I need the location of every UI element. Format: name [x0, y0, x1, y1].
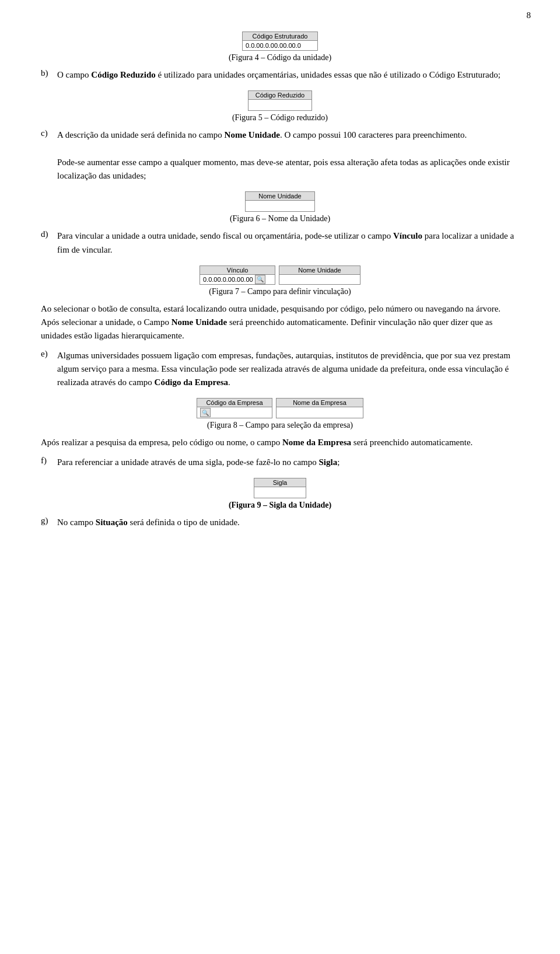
para-d-content: Para vincular a unidade a outra unidade,…	[57, 229, 519, 257]
fig8-nome-box: Nome da Empresa	[276, 398, 363, 418]
fig5-value	[249, 100, 312, 110]
figure-6-container: Nome Unidade	[41, 191, 519, 212]
para-f-label: f)	[41, 456, 54, 469]
figure-8-widget: Código da Empresa 🔍 Nome da Empresa	[197, 398, 363, 418]
fig7-vinculo-box: Vínculo 0.0.00.0.00.00.00 🔍	[200, 265, 275, 285]
para-apos-rest: será preenchido automaticamente.	[351, 438, 473, 447]
fig8-search-btn[interactable]: 🔍	[200, 408, 211, 417]
para-g-content: No campo Situação será definida o tipo d…	[57, 516, 519, 529]
para-g-text: No campo	[57, 518, 96, 527]
para-b-rest: é utilizado para unidades orçamentárias,…	[156, 70, 501, 79]
para-apos-bold1: Nome da	[282, 438, 316, 447]
fig5-label: Código Reduzido	[249, 91, 312, 100]
fig7-vinculo-value: 0.0.00.0.00.00.00 🔍	[200, 275, 275, 284]
para-c-text: A descrição da unidade será definida no …	[57, 130, 225, 139]
figure-8-container: Código da Empresa 🔍 Nome da Empresa	[41, 397, 519, 418]
figure-5-container: Código Reduzido	[41, 90, 519, 111]
page-number: 8	[527, 11, 531, 20]
fig8-codigo-value: 🔍	[197, 407, 272, 418]
para-c-content: A descrição da unidade será definida no …	[57, 128, 519, 183]
para-f-content: Para referenciar a unidade através de um…	[57, 456, 519, 469]
fig7-nome-label: Nome Unidade	[279, 266, 360, 275]
fig9-caption-text: (Figura 9 – Sigla da Unidade)	[229, 501, 331, 509]
fig8-caption: (Figura 8 – Campo para seleção da empres…	[41, 421, 519, 430]
paragraph-f: f) Para referenciar a unidade através de…	[41, 456, 519, 469]
fig8-nome-value	[276, 407, 363, 418]
fig7-vinculo-text: 0.0.00.0.00.00.00	[203, 276, 253, 283]
para-apos-bold2: Empresa	[318, 438, 351, 447]
figure-5-widget: Código Reduzido	[248, 90, 312, 111]
figure-7-container: Vínculo 0.0.00.0.00.00.00 🔍 Nome Unidade	[41, 265, 519, 285]
fig7-nome-box: Nome Unidade	[279, 265, 360, 285]
paragraph-d: d) Para vincular a unidade a outra unida…	[41, 229, 519, 257]
para-apos: Após realizar a pesquisa da empresa, pel…	[41, 436, 519, 449]
fig6-value	[246, 201, 314, 211]
para-e-bold: Código da Empresa	[155, 378, 228, 387]
fig9-caption: (Figura 9 – Sigla da Unidade)	[41, 501, 519, 510]
figure-4-container: Código Estruturado 0.0.00.0.00.00.00.0	[41, 32, 519, 51]
para-f-text: Para referenciar a unidade através de um…	[57, 457, 319, 467]
fig7-nome-value	[279, 275, 360, 284]
para-c2: Pode-se aumentar esse campo a qualquer m…	[57, 158, 510, 180]
para-d-text: Para vincular a unidade a outra unidade,…	[57, 231, 393, 240]
fig7-caption: (Figura 7 – Campo para definir vinculaçã…	[41, 287, 519, 296]
fig4-label: Código Estruturado	[243, 32, 317, 41]
para-e-text: Algumas universidades possuem ligação co…	[57, 351, 510, 387]
fig8-codigo-box: Código da Empresa 🔍	[197, 398, 272, 418]
figure-4-widget: Código Estruturado 0.0.00.0.00.00.00.0	[242, 32, 318, 51]
paragraph-b: b) O campo Código Reduzido é utilizado p…	[41, 68, 519, 82]
para-f-bold: Sigla	[319, 457, 338, 467]
para-e-end: .	[228, 378, 230, 387]
fig6-caption: (Figura 6 – Nome da Unidade)	[41, 214, 519, 223]
fig8-nome-label: Nome da Empresa	[276, 399, 363, 407]
figure-6-widget: Nome Unidade	[245, 191, 315, 212]
para-g-label: g)	[41, 516, 54, 529]
para-ao-bold1: Nome Unidade	[172, 317, 227, 327]
paragraph-e: e) Algumas universidades possuem ligação…	[41, 349, 519, 390]
fig7-vinculo-label: Vínculo	[200, 266, 275, 275]
fig5-caption: (Figura 5 – Código reduzido)	[41, 113, 519, 123]
para-e-label: e)	[41, 349, 54, 390]
para-d-bold: Vínculo	[393, 231, 422, 240]
para-b-label: b)	[41, 68, 54, 82]
para-b-content: O campo Código Reduzido é utilizado para…	[57, 68, 519, 82]
para-b-bold: Código Reduzido	[91, 70, 155, 79]
fig9-value	[254, 487, 306, 498]
para-c-rest: . O campo possui 100 caracteres para pre…	[280, 130, 467, 139]
para-b-text: O campo	[57, 70, 91, 79]
fig7-search-btn[interactable]: 🔍	[255, 275, 265, 284]
fig4-caption: (Figura 4 – Código da unidade)	[41, 53, 519, 62]
para-c-bold: Nome Unidade	[225, 130, 280, 139]
para-g-rest: será definida o tipo de unidade.	[128, 518, 240, 527]
para-e-content: Algumas universidades possuem ligação co…	[57, 349, 519, 390]
para-c-label: c)	[41, 128, 54, 183]
figure-9-container: Sigla	[41, 477, 519, 498]
para-ao: Ao selecionar o botão de consulta, estar…	[41, 302, 519, 343]
fig8-codigo-label: Código da Empresa	[197, 399, 272, 407]
fig6-label: Nome Unidade	[246, 192, 314, 201]
fig4-value: 0.0.00.0.00.00.00.0	[243, 41, 317, 50]
paragraph-g: g) No campo Situação será definida o tip…	[41, 516, 519, 529]
para-g-bold: Situação	[96, 518, 128, 527]
para-f-end: ;	[337, 457, 340, 467]
fig9-label: Sigla	[254, 478, 306, 487]
para-d-label: d)	[41, 229, 54, 257]
para-apos-text: Após realizar a pesquisa da empresa, pel…	[41, 438, 282, 447]
paragraph-c: c) A descrição da unidade será definida …	[41, 128, 519, 183]
figure-9-widget: Sigla	[254, 478, 306, 498]
figure-7-widget: Vínculo 0.0.00.0.00.00.00 🔍 Nome Unidade	[200, 265, 360, 285]
